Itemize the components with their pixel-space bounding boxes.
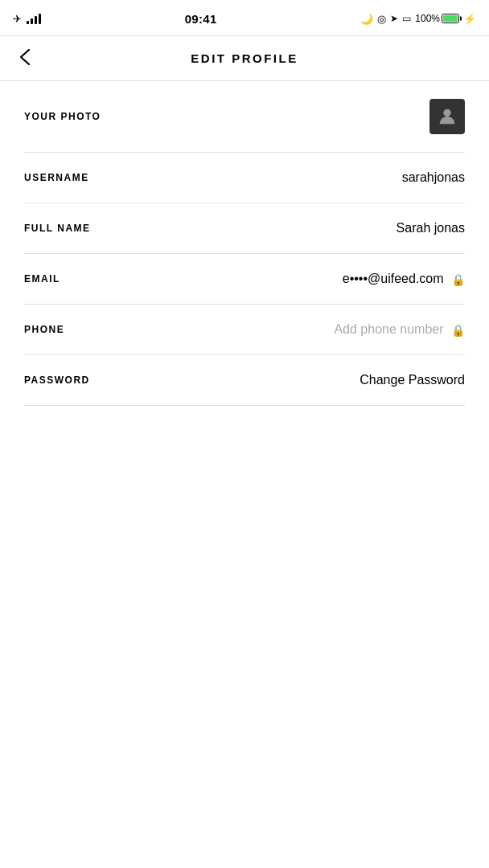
battery-icon xyxy=(442,14,459,23)
username-row[interactable]: USERNAME sarahjonas xyxy=(24,153,465,203)
location-icon: ◎ xyxy=(377,13,386,25)
status-bar: ✈ 09:41 🌙 ◎ ➤ ▭ 100% ⚡ xyxy=(0,0,489,35)
email-value: e••••@uifeed.com 🔒 xyxy=(343,272,465,286)
navigation-icon: ➤ xyxy=(390,13,398,24)
status-right: 🌙 ◎ ➤ ▭ 100% ⚡ xyxy=(360,13,476,25)
photo-row[interactable]: YOUR PHOTO xyxy=(24,81,465,153)
phone-lock-icon: 🔒 xyxy=(451,324,465,337)
moon-icon: 🌙 xyxy=(360,13,373,25)
charging-icon: ⚡ xyxy=(463,13,476,25)
screen-mirror-icon: ▭ xyxy=(402,13,411,24)
person-icon xyxy=(436,105,458,128)
email-lock-icon: 🔒 xyxy=(451,273,465,286)
change-password-button[interactable]: Change Password xyxy=(360,373,465,387)
password-label: PASSWORD xyxy=(24,375,90,386)
signal-bars xyxy=(27,14,41,24)
username-value[interactable]: sarahjonas xyxy=(402,170,465,185)
battery-fill xyxy=(443,15,458,22)
username-label: USERNAME xyxy=(24,172,89,183)
back-button[interactable] xyxy=(13,42,37,76)
photo-label: YOUR PHOTO xyxy=(24,111,101,122)
nav-bar: EDIT PROFILE xyxy=(0,36,489,81)
password-row[interactable]: PASSWORD Change Password xyxy=(24,355,465,406)
fullname-value[interactable]: Sarah jonas xyxy=(397,221,465,235)
page-title: EDIT PROFILE xyxy=(191,51,298,65)
status-left: ✈ xyxy=(13,13,41,25)
form-content: YOUR PHOTO USERNAME sarahjonas FULL NAME… xyxy=(0,81,489,406)
avatar[interactable] xyxy=(429,99,465,134)
status-time: 09:41 xyxy=(185,12,217,26)
airplane-icon: ✈ xyxy=(13,13,22,25)
svg-point-0 xyxy=(443,109,450,117)
battery-percent: 100% xyxy=(415,13,440,24)
email-label: EMAIL xyxy=(24,273,60,285)
phone-row[interactable]: PHONE Add phone number 🔒 xyxy=(24,305,465,355)
email-row[interactable]: EMAIL e••••@uifeed.com 🔒 xyxy=(24,254,465,305)
fullname-row[interactable]: FULL NAME Sarah jonas xyxy=(24,203,465,254)
phone-value[interactable]: Add phone number 🔒 xyxy=(334,322,465,337)
fullname-label: FULL NAME xyxy=(24,223,91,234)
phone-label: PHONE xyxy=(24,324,64,335)
battery-indicator: 100% xyxy=(415,13,459,24)
